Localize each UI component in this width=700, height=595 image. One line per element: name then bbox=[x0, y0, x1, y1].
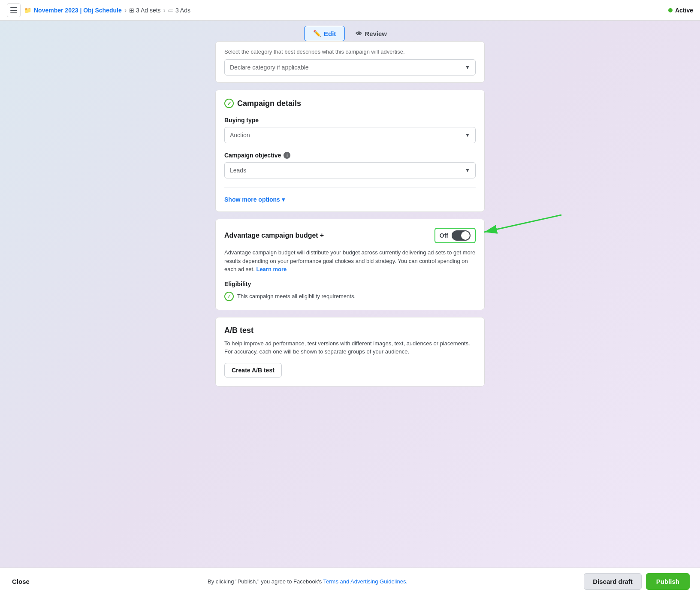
campaign-objective-chevron: ▼ bbox=[465, 167, 470, 173]
breadcrumb-sep-1: › bbox=[124, 6, 127, 14]
review-label: Review bbox=[365, 30, 387, 37]
campaign-details-label: Campaign details bbox=[237, 99, 301, 108]
svg-rect-2 bbox=[10, 12, 17, 13]
buying-type-value: Auction bbox=[230, 132, 250, 139]
declare-category-value: Declare category if applicable bbox=[230, 64, 309, 71]
adsets-label[interactable]: 3 Ad sets bbox=[136, 7, 161, 14]
ads-icon: ▭ bbox=[168, 7, 174, 14]
eligibility-message: This campaign meets all eligibility requ… bbox=[237, 293, 356, 299]
buying-type-dropdown[interactable]: Auction ▼ bbox=[224, 127, 476, 143]
advantage-budget-toggle[interactable] bbox=[452, 230, 471, 241]
toggle-off-label: Off bbox=[440, 232, 448, 239]
create-ab-test-button[interactable]: Create A/B test bbox=[224, 363, 282, 378]
learn-more-label: Learn more bbox=[256, 266, 287, 272]
tab-edit[interactable]: ✏️ Edit bbox=[304, 26, 345, 41]
declare-category-dropdown[interactable]: Declare category if applicable ▼ bbox=[224, 59, 476, 76]
green-arrow-annotation bbox=[476, 206, 570, 249]
campaign-objective-dropdown[interactable]: Leads ▼ bbox=[224, 162, 476, 178]
nav-right: Active bbox=[668, 7, 693, 14]
show-more-chevron-icon: ▾ bbox=[282, 196, 285, 203]
ab-test-title: A/B test bbox=[224, 326, 476, 335]
toggle-thumb bbox=[461, 231, 470, 240]
eligibility-check: ✓ This campaign meets all eligibility re… bbox=[224, 292, 476, 301]
campaign-objective-label: Campaign objective i bbox=[224, 152, 476, 159]
svg-line-4 bbox=[484, 215, 561, 232]
nav-left: 📁 November 2023 | Obj Schedule › ⊞ 3 Ad … bbox=[7, 3, 190, 17]
edit-label: Edit bbox=[324, 30, 336, 37]
campaign-objective-info-icon[interactable]: i bbox=[284, 152, 290, 159]
adsets-breadcrumb[interactable]: ⊞ 3 Ad sets bbox=[129, 7, 161, 14]
campaign-name[interactable]: November 2023 | Obj Schedule bbox=[34, 7, 122, 14]
breadcrumb: 📁 November 2023 | Obj Schedule › ⊞ 3 Ad … bbox=[24, 6, 190, 14]
advantage-title: Advantage campaign budget + bbox=[224, 232, 324, 239]
plus-icon: + bbox=[320, 232, 324, 239]
close-button[interactable]: Close bbox=[10, 574, 31, 589]
publish-note-text: By clicking "Publish," you agree to Face… bbox=[208, 578, 322, 585]
status-dot bbox=[668, 8, 673, 12]
declare-category-hint: Select the category that best describes … bbox=[224, 48, 476, 55]
status-indicator: Active bbox=[668, 7, 693, 14]
ab-test-card: A/B test To help improve ad performance,… bbox=[215, 317, 485, 387]
advantage-header: Advantage campaign budget + Off bbox=[224, 228, 476, 243]
advantage-description: Advantage campaign budget will distribut… bbox=[224, 248, 476, 274]
ads-label[interactable]: 3 Ads bbox=[175, 7, 190, 14]
declare-category-card: Select the category that best describes … bbox=[215, 41, 485, 83]
review-icon: 👁 bbox=[356, 30, 362, 37]
status-label: Active bbox=[675, 7, 693, 14]
declare-category-chevron: ▼ bbox=[465, 64, 470, 70]
advantage-title-label: Advantage campaign budget bbox=[224, 232, 318, 239]
publish-button[interactable]: Publish bbox=[646, 573, 690, 590]
svg-rect-0 bbox=[10, 7, 17, 8]
tab-review[interactable]: 👁 Review bbox=[347, 26, 396, 41]
campaign-details-card: ✓ Campaign details Buying type Auction ▼… bbox=[215, 90, 485, 212]
publish-note: Close bbox=[10, 574, 31, 589]
check-icon: ✓ bbox=[224, 99, 234, 108]
tab-bar: ✏️ Edit 👁 Review bbox=[0, 21, 700, 41]
ads-breadcrumb[interactable]: ▭ 3 Ads bbox=[168, 7, 190, 14]
show-more-label: Show more options bbox=[224, 196, 280, 203]
adsets-icon: ⊞ bbox=[129, 7, 134, 14]
folder-icon: 📁 bbox=[24, 7, 31, 14]
terms-link[interactable]: Terms and Advertising Guidelines. bbox=[323, 578, 408, 585]
ab-test-description: To help improve ad performance, test ver… bbox=[224, 339, 476, 356]
breadcrumb-sep-2: › bbox=[163, 6, 166, 14]
show-more-options-link[interactable]: Show more options ▾ bbox=[224, 196, 285, 203]
learn-more-link[interactable]: Learn more bbox=[256, 266, 287, 272]
buying-type-label: Buying type bbox=[224, 117, 476, 124]
advantage-budget-toggle-wrapper: Off bbox=[434, 228, 476, 243]
sidebar-toggle[interactable] bbox=[7, 3, 21, 17]
advantage-budget-card: Advantage campaign budget + Off Advantag… bbox=[215, 219, 485, 310]
campaign-breadcrumb[interactable]: 📁 November 2023 | Obj Schedule bbox=[24, 7, 122, 14]
bottom-bar: Close By clicking "Publish," you agree t… bbox=[0, 568, 700, 595]
eligibility-label: Eligibility bbox=[224, 281, 476, 287]
divider-1 bbox=[224, 187, 476, 187]
campaign-objective-value: Leads bbox=[230, 167, 246, 174]
terms-note: By clicking "Publish," you agree to Face… bbox=[208, 578, 407, 585]
bottom-actions: Discard draft Publish bbox=[584, 573, 690, 590]
main-content: Select the category that best describes … bbox=[208, 41, 492, 436]
edit-icon: ✏️ bbox=[313, 30, 321, 37]
buying-type-chevron: ▼ bbox=[465, 132, 470, 138]
svg-rect-1 bbox=[10, 10, 17, 11]
campaign-details-title: ✓ Campaign details bbox=[224, 99, 476, 108]
top-nav: 📁 November 2023 | Obj Schedule › ⊞ 3 Ad … bbox=[0, 0, 700, 21]
discard-draft-button[interactable]: Discard draft bbox=[584, 573, 642, 590]
eligibility-check-icon: ✓ bbox=[224, 292, 234, 301]
